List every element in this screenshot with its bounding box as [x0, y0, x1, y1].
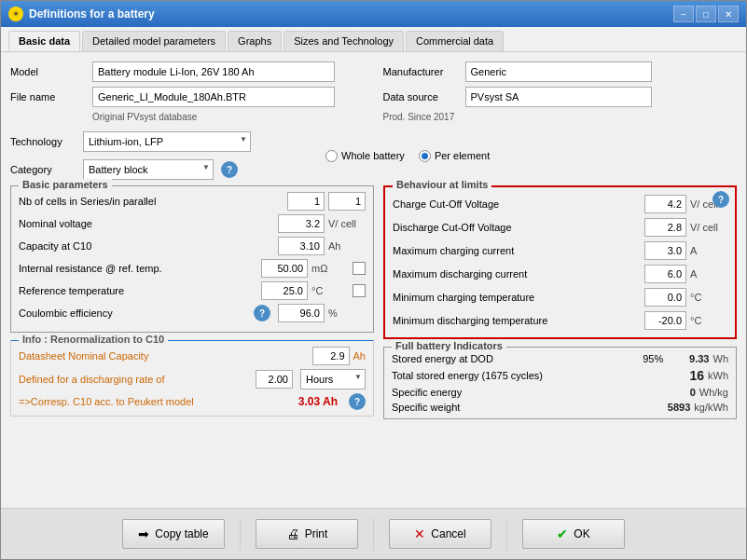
model-input[interactable]	[92, 61, 335, 82]
discharge-cutoff-input[interactable]	[644, 218, 686, 237]
close-button[interactable]: ✕	[718, 6, 739, 22]
category-help-icon[interactable]: ?	[221, 161, 238, 178]
per-element-radio[interactable]	[419, 150, 431, 162]
whole-battery-option[interactable]: Whole battery	[325, 150, 405, 162]
behaviour-help-icon[interactable]: ?	[712, 191, 729, 208]
capacity-input[interactable]	[278, 237, 325, 255]
max-discharge-row: Maximum discharging current A	[393, 265, 727, 283]
stored-dod-pct-unit: %	[655, 353, 673, 364]
discharging-row: Defined for a discharging rate of Hours	[19, 369, 366, 389]
separator-1	[240, 518, 241, 551]
max-charge-row: Maximum charging current A	[393, 241, 727, 260]
minimize-button[interactable]: −	[673, 6, 694, 22]
filename-input[interactable]	[92, 87, 335, 107]
max-charge-input[interactable]	[644, 241, 686, 260]
specific-energy-val: 0	[663, 387, 696, 398]
right-column: Behaviour at limits ? Charge Cut-Off Vol…	[383, 185, 737, 420]
maximize-button[interactable]: □	[696, 6, 716, 22]
separator-2	[373, 518, 374, 551]
cancel-button[interactable]: ✕ Cancel	[389, 519, 491, 549]
total-stored-row: Total stored energy (1675 cycles) 16 kWh	[392, 368, 728, 383]
print-icon: 🖨	[286, 526, 299, 541]
behaviour-box: Behaviour at limits ? Charge Cut-Off Vol…	[383, 185, 737, 339]
discharge-cutoff-unit: V/ cell	[690, 222, 727, 233]
internal-res-input[interactable]	[261, 259, 308, 278]
min-charge-temp-label: Minimum charging temperature	[393, 292, 644, 303]
corresp-help-icon[interactable]: ?	[349, 393, 366, 410]
nominal-voltage-input[interactable]	[278, 214, 325, 233]
corresp-text: =>Corresp. C10 acc. to Peukert model	[19, 396, 293, 407]
specific-weight-unit: kg/kWh	[694, 402, 728, 413]
internal-res-label: Internal resistance @ ref. temp.	[19, 263, 257, 274]
corresp-val: 3.03 Ah	[298, 395, 338, 408]
discharging-input[interactable]	[256, 370, 293, 389]
datasheet-input[interactable]	[312, 347, 350, 365]
datasheet-label: Datasheet Nominal Capacity	[19, 350, 309, 362]
category-label: Category	[10, 164, 76, 175]
total-stored-label: Total stored energy (1675 cycles)	[392, 370, 671, 381]
top-left: Model File name Original PVsyst database	[10, 61, 365, 128]
max-discharge-input[interactable]	[644, 265, 686, 283]
tab-graphs[interactable]: Graphs	[228, 31, 282, 51]
tab-basic-data[interactable]: Basic data	[8, 31, 80, 51]
discharging-unit-wrap: Hours	[300, 369, 366, 389]
max-discharge-unit: A	[690, 268, 727, 280]
technology-label: Technology	[10, 136, 76, 147]
tab-detailed-model[interactable]: Detailed model parameters	[82, 31, 226, 51]
manufacturer-row: Manufacturer	[383, 61, 738, 82]
left-column: Basic parameters Nb of cells in Series/i…	[10, 185, 374, 420]
copy-table-icon: ➡	[138, 526, 149, 541]
coulombic-unit: %	[328, 307, 366, 319]
manufacturer-input[interactable]	[465, 61, 652, 82]
technology-row: Technology Lithium-ion, LFP	[10, 131, 251, 152]
specific-weight-val: 5893	[657, 402, 690, 413]
print-button[interactable]: 🖨 Print	[256, 519, 358, 549]
stored-dod-val: 9.33	[677, 353, 710, 364]
whole-battery-radio[interactable]	[325, 150, 338, 162]
total-stored-unit: kWh	[708, 370, 728, 381]
coulombic-label: Coulombic efficiency	[19, 307, 250, 319]
renorm-title: Info : Renormalization to C10	[19, 334, 168, 345]
tab-bar: Basic data Detailed model parameters Gra…	[1, 27, 746, 52]
behaviour-title: Behaviour at limits	[393, 179, 491, 190]
full-battery-box: Full battery Indicators Stored energy at…	[383, 347, 737, 419]
coulombic-input[interactable]	[278, 304, 325, 322]
min-discharge-temp-row: Minimum discharging temperature °C	[393, 311, 727, 330]
charge-cutoff-input[interactable]	[644, 195, 686, 213]
ref-temp-row: Reference temperature °C	[19, 281, 366, 300]
main-content: Model File name Original PVsyst database…	[1, 52, 746, 508]
model-label: Model	[10, 66, 85, 77]
technology-dropdown[interactable]: Lithium-ion, LFP	[83, 131, 251, 152]
nb-cells-input1[interactable]	[287, 192, 325, 211]
tab-commercial-data[interactable]: Commercial data	[406, 31, 504, 51]
ref-temp-label: Reference temperature	[19, 285, 257, 296]
prod-since-text: Prod. Since 2017	[383, 112, 738, 122]
title-buttons: − □ ✕	[673, 6, 739, 22]
internal-res-checkbox[interactable]	[353, 262, 366, 275]
ref-temp-checkbox[interactable]	[353, 284, 366, 297]
basic-params-box: Basic parameters Nb of cells in Series/i…	[10, 185, 374, 333]
nb-cells-input2[interactable]	[328, 192, 366, 211]
copy-table-button[interactable]: ➡ Copy table	[122, 519, 225, 549]
discharging-unit-dropdown[interactable]: Hours	[300, 369, 366, 389]
tab-sizes-technology[interactable]: Sizes and Technology	[284, 31, 404, 51]
stored-dod-row: Stored energy at DOD 95 % 9.33 Wh	[392, 353, 728, 364]
max-discharge-label: Maximum discharging current	[393, 268, 644, 280]
coulombic-row: Coulombic efficiency ? %	[19, 304, 366, 322]
coulombic-help-icon[interactable]: ?	[254, 305, 270, 321]
top-right: Manufacturer Data source Prod. Since 201…	[383, 61, 738, 128]
radio-group: Whole battery Per element	[325, 150, 490, 162]
discharge-cutoff-label: Discharge Cut-Off Voltage	[393, 222, 644, 233]
full-battery-title: Full battery Indicators	[392, 340, 506, 351]
discharge-cutoff-row: Discharge Cut-Off Voltage V/ cell	[393, 218, 727, 237]
min-charge-temp-row: Minimum charging temperature °C	[393, 288, 727, 307]
ok-button[interactable]: ✔ OK	[522, 519, 625, 549]
min-charge-temp-input[interactable]	[644, 288, 686, 307]
per-element-option[interactable]: Per element	[419, 150, 490, 162]
min-discharge-temp-input[interactable]	[644, 311, 686, 330]
category-dropdown-wrap: Battery block	[83, 159, 214, 180]
datasource-input[interactable]	[465, 87, 652, 107]
specific-weight-label: Specific weight	[392, 402, 657, 413]
category-dropdown[interactable]: Battery block	[83, 159, 214, 180]
ref-temp-input[interactable]	[261, 281, 308, 300]
